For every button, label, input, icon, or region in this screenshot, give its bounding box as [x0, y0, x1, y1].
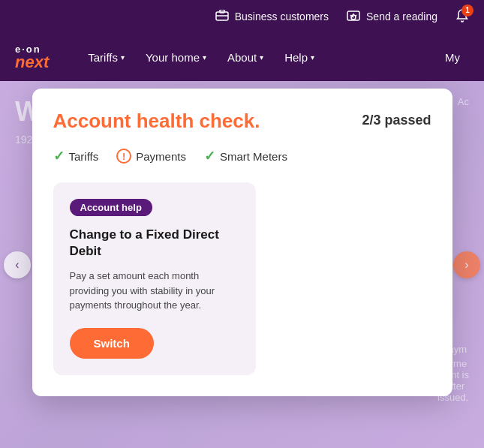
main-nav: e·on next Tariffs ▾ Your home ▾ About ▾ …	[0, 33, 484, 81]
check-label-payments: Payments	[136, 150, 186, 163]
chevron-down-icon: ▾	[311, 53, 314, 62]
check-item-payments: ! Payments	[116, 149, 186, 164]
notification-count: 1	[461, 5, 473, 17]
checkmark-icon: ✓	[53, 148, 65, 164]
modal-overlay: Account health check. 2/3 passed ✓ Tarif…	[0, 81, 484, 448]
modal-score: 2/3 passed	[362, 110, 431, 128]
check-label-tariffs: Tariffs	[69, 150, 99, 163]
modal-title: Account health check.	[53, 110, 260, 133]
card-badge: Account help	[70, 199, 152, 216]
main-content-area: Wo 192 G Ac t paym payme ment is s after…	[0, 81, 484, 448]
svg-rect-3	[347, 11, 359, 20]
card-description: Pay a set amount each month providing yo…	[70, 269, 239, 313]
nav-my-label: My	[445, 51, 460, 64]
nav-item-my[interactable]: My	[436, 45, 469, 70]
business-customers-link[interactable]: Business customers	[215, 10, 329, 24]
top-utility-bar: Business customers Send a reading 1	[0, 0, 484, 33]
warning-icon: !	[116, 149, 131, 164]
business-customers-label: Business customers	[235, 11, 329, 23]
nav-tariffs-label: Tariffs	[88, 51, 118, 64]
check-item-tariffs: ✓ Tariffs	[53, 148, 99, 164]
switch-button[interactable]: Switch	[70, 328, 154, 359]
nav-item-help[interactable]: Help ▾	[275, 45, 323, 70]
card-title: Change to a Fixed Direct Debit	[70, 227, 239, 260]
nav-items: Tariffs ▾ Your home ▾ About ▾ Help ▾	[79, 45, 436, 70]
modal-header: Account health check. 2/3 passed	[53, 110, 431, 133]
nav-item-your-home[interactable]: Your home ▾	[137, 45, 215, 70]
meter-icon	[347, 10, 360, 24]
modal-checks: ✓ Tariffs ! Payments ✓ Smart Meters	[53, 148, 431, 164]
nav-your-home-label: Your home	[146, 51, 200, 64]
check-label-smart-meters: Smart Meters	[220, 150, 287, 163]
svg-line-6	[350, 15, 352, 17]
checkmark-icon: ✓	[204, 148, 215, 164]
check-item-smart-meters: ✓ Smart Meters	[204, 148, 287, 164]
account-help-card: Account help Change to a Fixed Direct De…	[53, 182, 256, 375]
briefcase-icon	[215, 10, 229, 24]
logo-next: next	[15, 54, 49, 71]
svg-line-7	[356, 15, 357, 17]
chevron-down-icon: ▾	[260, 53, 263, 62]
nav-about-label: About	[227, 51, 257, 64]
account-health-modal: Account health check. 2/3 passed ✓ Tarif…	[32, 89, 452, 396]
logo[interactable]: e·on next	[15, 44, 49, 71]
svg-line-8	[352, 16, 353, 17]
nav-item-tariffs[interactable]: Tariffs ▾	[79, 45, 134, 70]
nav-item-about[interactable]: About ▾	[218, 45, 272, 70]
send-reading-label: Send a reading	[366, 11, 437, 23]
chevron-down-icon: ▾	[121, 53, 125, 62]
chevron-down-icon: ▾	[203, 53, 206, 62]
notifications-link[interactable]: 1	[455, 9, 469, 25]
send-reading-link[interactable]: Send a reading	[347, 10, 437, 24]
nav-help-label: Help	[284, 51, 308, 64]
